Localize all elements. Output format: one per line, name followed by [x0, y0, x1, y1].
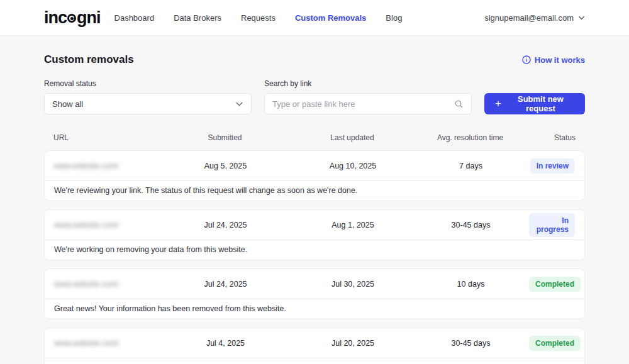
status-message: We're reviewing your link. The status of…: [45, 180, 584, 201]
table-header-row: URL Submitted Last updated Avg. resoluti…: [44, 125, 585, 150]
search-by-link-field: Search by link: [264, 79, 472, 114]
nav-item-custom-removals[interactable]: Custom Removals: [295, 13, 366, 23]
nav-item-data-brokers[interactable]: Data Brokers: [174, 13, 221, 23]
redacted-url: www.website.com/: [54, 280, 158, 289]
status-badge: Completed: [529, 336, 581, 351]
submitted-date: Jul 24, 2025: [158, 280, 293, 289]
column-header-last-updated: Last updated: [292, 133, 412, 142]
nav-item-blog[interactable]: Blog: [386, 13, 402, 23]
table-row: www.website.com/ Jul 4, 2025 Jul 20, 202…: [45, 328, 584, 358]
status-message: We're working on removing your data from…: [45, 240, 584, 260]
last-updated-date: Aug 10, 2025: [293, 162, 413, 170]
submitted-date: Jul 24, 2025: [158, 221, 293, 229]
request-card: www.website.com/ Aug 5, 2025 Aug 10, 202…: [44, 150, 585, 201]
main-nav: Dashboard Data Brokers Requests Custom R…: [114, 13, 403, 23]
request-card: www.website.com/ Jul 24, 2025 Aug 1, 202…: [44, 209, 585, 260]
plus-icon: +: [495, 98, 501, 109]
submitted-date: Aug 5, 2025: [158, 162, 293, 170]
logo-text-left: inc: [44, 9, 67, 26]
resolution-time: 7 days: [413, 162, 529, 170]
chevron-down-icon: [235, 100, 243, 108]
request-card: www.website.com/ Jul 24, 2025 Jul 30, 20…: [44, 268, 585, 319]
page-title: Custom removals: [44, 53, 134, 66]
account-email: signupemail@email.com: [484, 13, 574, 23]
submit-new-request-label: Submit new request: [507, 94, 574, 113]
info-icon: [522, 55, 531, 64]
table-row: www.website.com/ Jul 24, 2025 Aug 1, 202…: [45, 210, 584, 240]
submit-new-request-button[interactable]: + Submit new request: [484, 93, 585, 114]
status-badge: In progress: [529, 213, 575, 237]
redacted-url: www.website.com/: [54, 221, 158, 229]
account-menu[interactable]: signupemail@email.com: [484, 13, 585, 23]
top-navigation-bar: inc gni Dashboard Data Brokers Requests …: [0, 0, 629, 36]
last-updated-date: Jul 20, 2025: [293, 339, 413, 348]
resolution-time: 30-45 days: [413, 339, 529, 348]
search-box: [264, 93, 472, 114]
how-it-works-link[interactable]: How it works: [522, 55, 585, 65]
removal-status-label: Removal status: [44, 79, 252, 88]
logo-text-right: gni: [77, 9, 101, 26]
status-badge: Completed: [529, 277, 581, 292]
removal-status-value: Show all: [52, 99, 83, 109]
status-badge: In review: [530, 158, 575, 174]
status-message: Great news! Your information has been re…: [45, 299, 584, 319]
chevron-down-icon: [578, 14, 585, 21]
column-header-status: Status: [528, 133, 576, 142]
table-row: www.website.com/ Jul 24, 2025 Jul 30, 20…: [45, 269, 584, 299]
last-updated-date: Jul 30, 2025: [293, 280, 413, 289]
request-card: www.website.com/ Jul 4, 2025 Jul 20, 202…: [44, 328, 585, 364]
search-input[interactable]: [272, 99, 454, 109]
main-content: Custom removals How it works Removal sta…: [0, 36, 629, 364]
resolution-time: 30-45 days: [413, 221, 529, 229]
column-header-submitted: Submitted: [157, 133, 292, 142]
logo-eye-icon: [67, 14, 76, 23]
column-header-resolution-time: Avg. resolution time: [412, 133, 528, 142]
page-header: Custom removals How it works: [44, 53, 585, 66]
nav-item-dashboard[interactable]: Dashboard: [114, 13, 155, 23]
redacted-url: www.website.com/: [54, 162, 158, 170]
search-icon: [454, 99, 464, 109]
search-by-link-label: Search by link: [264, 79, 472, 88]
custom-removals-page: inc gni Dashboard Data Brokers Requests …: [0, 0, 629, 364]
nav-item-requests[interactable]: Requests: [241, 13, 276, 23]
incogni-logo[interactable]: inc gni: [44, 9, 101, 26]
removal-status-select[interactable]: Show all: [44, 93, 252, 114]
last-updated-date: Aug 1, 2025: [293, 221, 413, 229]
status-message: Your removal request is completed. The w…: [45, 358, 584, 364]
submitted-date: Jul 4, 2025: [158, 339, 293, 348]
column-header-url: URL: [53, 133, 157, 142]
resolution-time: 10 days: [413, 280, 529, 289]
removal-status-field: Removal status Show all: [44, 79, 252, 114]
redacted-url: www.website.com/: [54, 339, 158, 348]
table-row: www.website.com/ Aug 5, 2025 Aug 10, 202…: [45, 151, 584, 180]
how-it-works-label: How it works: [535, 55, 585, 65]
filters-row: Removal status Show all Search by link: [44, 79, 585, 114]
